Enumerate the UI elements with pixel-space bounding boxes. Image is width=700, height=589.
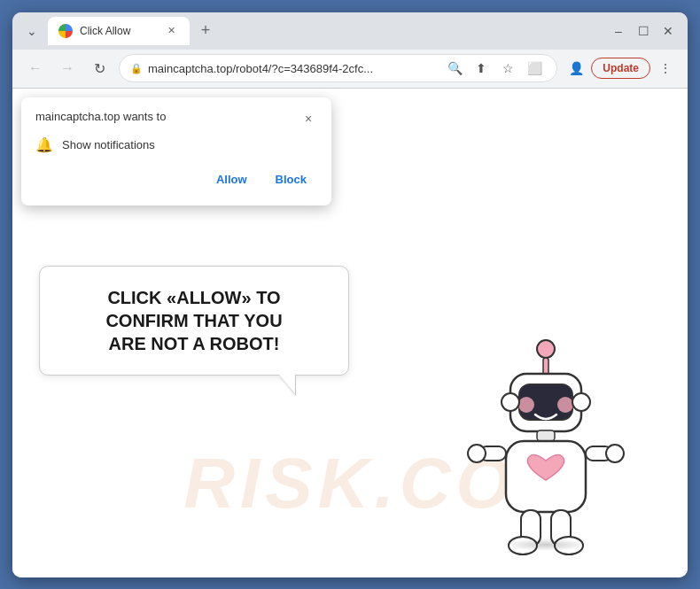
popup-header: maincaptcha.top wants to × xyxy=(35,110,317,128)
chevron-down-icon[interactable]: ⌄ xyxy=(23,22,41,40)
title-bar: ⌄ Click Allow ✕ + – ☐ ✕ xyxy=(12,12,688,50)
allow-button[interactable]: Allow xyxy=(206,167,258,191)
notification-row: 🔔 Show notifications xyxy=(35,136,317,153)
url-actions: 🔍 ⬆ ☆ ⬜ xyxy=(443,57,546,80)
tab-cast-icon[interactable]: ⬜ xyxy=(523,57,546,80)
notification-popup: maincaptcha.top wants to × 🔔 Show notifi… xyxy=(21,97,331,205)
new-tab-button[interactable]: + xyxy=(193,19,218,43)
svg-point-5 xyxy=(557,397,573,413)
minimize-button[interactable]: – xyxy=(610,22,627,40)
forward-button[interactable]: → xyxy=(55,56,80,81)
share-icon[interactable]: ⬆ xyxy=(470,57,493,80)
window-controls: – ☐ ✕ xyxy=(610,22,677,40)
tab-bar: Click Allow ✕ + xyxy=(48,17,603,45)
tab-title: Click Allow xyxy=(80,25,156,37)
close-button[interactable]: ✕ xyxy=(659,22,677,40)
lock-icon: 🔒 xyxy=(130,63,143,74)
tab-close-button[interactable]: ✕ xyxy=(163,23,179,39)
svg-point-11 xyxy=(468,445,486,462)
url-text: maincaptcha.top/robot4/?c=343689f4-2cfc.… xyxy=(148,62,438,75)
popup-close-button[interactable]: × xyxy=(299,110,317,128)
block-button[interactable]: Block xyxy=(265,167,317,191)
popup-title: maincaptcha.top wants to xyxy=(35,110,166,123)
profile-icon[interactable]: 👤 xyxy=(564,57,587,80)
update-button[interactable]: Update xyxy=(591,58,650,79)
svg-point-0 xyxy=(537,340,555,358)
notification-label: Show notifications xyxy=(62,138,155,151)
active-tab[interactable]: Click Allow ✕ xyxy=(48,17,190,45)
address-bar: ← → ↻ 🔒 maincaptcha.top/robot4/?c=343689… xyxy=(12,50,688,89)
bubble-text-line2: ARE NOT A ROBOT! xyxy=(66,332,322,355)
svg-point-13 xyxy=(606,445,624,462)
back-button[interactable]: ← xyxy=(23,56,48,81)
bookmark-icon[interactable]: ☆ xyxy=(496,57,519,80)
tab-favicon-icon xyxy=(58,24,73,38)
svg-point-6 xyxy=(502,393,519,411)
page-content: RISK.CO maincaptcha.top wants to × 🔔 Sho… xyxy=(12,89,688,577)
reload-button[interactable]: ↻ xyxy=(87,56,112,81)
popup-buttons: Allow Block xyxy=(35,167,317,191)
bubble-text-line1: CLICK «ALLOW» TO CONFIRM THAT YOU xyxy=(66,286,322,332)
robot-shadow xyxy=(502,539,590,551)
browser-window: ⌄ Click Allow ✕ + – ☐ ✕ ← → ↻ 🔒 maincapt… xyxy=(12,12,688,577)
speech-bubble-container: CLICK «ALLOW» TO CONFIRM THAT YOU ARE NO… xyxy=(39,266,349,376)
maximize-button[interactable]: ☐ xyxy=(634,22,652,40)
svg-point-4 xyxy=(518,397,534,413)
robot-illustration xyxy=(457,329,634,560)
robot-container xyxy=(457,329,634,560)
search-icon[interactable]: 🔍 xyxy=(443,57,466,80)
bell-icon: 🔔 xyxy=(35,136,53,153)
speech-bubble: CLICK «ALLOW» TO CONFIRM THAT YOU ARE NO… xyxy=(39,266,349,376)
toolbar-right: 👤 Update ⋮ xyxy=(564,57,677,80)
svg-point-7 xyxy=(572,393,590,411)
url-box[interactable]: 🔒 maincaptcha.top/robot4/?c=343689f4-2cf… xyxy=(119,54,557,82)
more-options-icon[interactable]: ⋮ xyxy=(654,57,677,80)
svg-rect-8 xyxy=(537,430,555,441)
